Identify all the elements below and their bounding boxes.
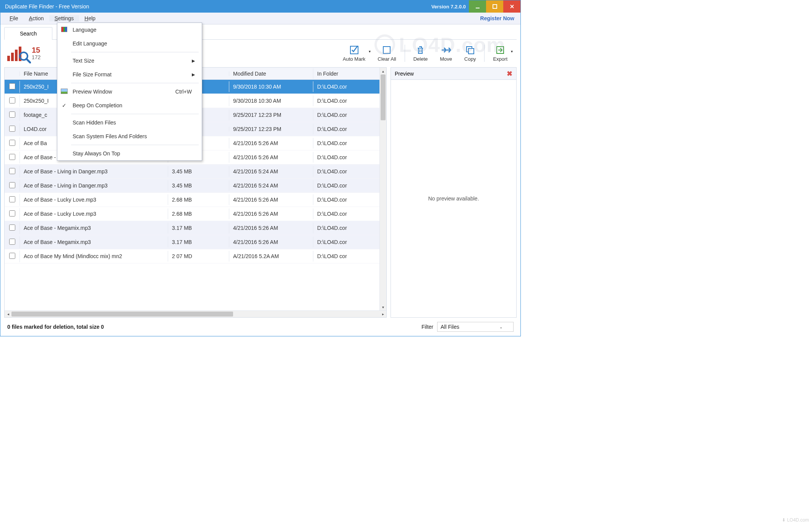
checkmark-box-icon: [349, 45, 360, 55]
export-button[interactable]: Export: [487, 44, 514, 63]
maximize-button[interactable]: [486, 0, 503, 13]
vertical-scrollbar[interactable]: ▴ ▾: [379, 68, 386, 310]
menu-item-edit-language[interactable]: Edit Language: [57, 37, 202, 50]
row-checkbox[interactable]: [9, 126, 15, 132]
settings-dropdown: LanguageEdit LanguageText Size▶File Size…: [57, 23, 202, 161]
cell-name: Ace of Base - Living in Danger.mp3: [20, 166, 168, 177]
menu-file[interactable]: File: [4, 15, 24, 21]
row-checkbox[interactable]: [9, 210, 15, 216]
menu-item-label: Stay Always On Top: [71, 150, 196, 157]
cell-folder: D:\LO4D.cor: [313, 194, 386, 205]
menu-item-beep-on-completion[interactable]: ✓Beep On Completion: [57, 99, 202, 112]
submenu-arrow-icon: ▶: [192, 58, 196, 63]
minimize-button[interactable]: [469, 0, 486, 13]
cell-folder: D:\LO4D.cor: [313, 124, 386, 134]
move-button[interactable]: Move: [434, 44, 458, 63]
table-row[interactable]: Ace of Base - Megamix.mp33.17 MB4/21/201…: [5, 235, 386, 249]
move-arrows-icon: [441, 45, 451, 55]
table-row[interactable]: Ace of Base - Living in Danger.mp33.45 M…: [5, 179, 386, 193]
delete-button[interactable]: Delete: [407, 44, 434, 63]
scan-results-icon: [7, 44, 29, 63]
scroll-right-arrow-icon[interactable]: ▸: [379, 311, 386, 317]
menu-settings[interactable]: Settings: [49, 15, 79, 21]
cell-folder: D:\LO4D.cor: [313, 110, 386, 120]
toolbar: Auto Mark Clear All Delete Move Copy: [337, 44, 514, 63]
row-checkbox[interactable]: [9, 239, 15, 245]
cell-size: 3.17 MB: [168, 223, 229, 233]
row-checkbox[interactable]: [9, 97, 15, 103]
row-checkbox[interactable]: [9, 140, 15, 146]
copy-button[interactable]: Copy: [458, 44, 482, 63]
row-checkbox[interactable]: [9, 83, 15, 89]
filter-value: All Files: [441, 324, 459, 330]
hscroll-thumb[interactable]: [11, 312, 233, 317]
table-row[interactable]: Aco of Bace My Mind (Mindlocc mix) mn22 …: [5, 249, 386, 263]
cell-date: 4/21/2016 5:24 AM: [229, 180, 313, 191]
menu-action[interactable]: Action: [24, 15, 49, 21]
auto-mark-button[interactable]: Auto Mark: [337, 44, 371, 63]
menu-accelerator: Ctrl+W: [175, 89, 196, 95]
menu-item-file-size-format[interactable]: File Size Format▶: [57, 68, 202, 81]
preview-title: Preview: [395, 71, 414, 77]
cell-date: 9/30/2018 10:30 AM: [229, 95, 313, 106]
row-checkbox[interactable]: [9, 225, 15, 231]
export-icon: [495, 45, 506, 55]
register-now-link[interactable]: Register Now: [480, 15, 517, 21]
table-row[interactable]: Ace of Base - Megamix.mp33.17 MB4/21/201…: [5, 221, 386, 235]
cell-size: 3.45 MB: [168, 166, 229, 177]
menu-item-text-size[interactable]: Text Size▶: [57, 54, 202, 68]
cell-date: 4/21/2016 5:26 AM: [229, 208, 313, 219]
menu-item-language[interactable]: Language: [57, 23, 202, 37]
cell-folder: D:\LO4D.cor: [313, 208, 386, 219]
summary-text: 15 172: [32, 46, 41, 60]
filter-label: Filter: [421, 324, 433, 330]
table-row[interactable]: Ace of Base - Lucky Love.mp32.68 MB4/21/…: [5, 193, 386, 207]
filter-select[interactable]: All Files ⌄: [437, 322, 514, 332]
svg-line-3: [26, 59, 30, 63]
preview-close-button[interactable]: ✖: [507, 69, 512, 78]
menu-item-label: File Size Format: [71, 71, 192, 78]
menu-item-scan-system-files-and-folders[interactable]: Scan System Files And Folders: [57, 129, 202, 143]
table-row[interactable]: Ace of Base - Lucky Love.mp32.68 MB4/21/…: [5, 207, 386, 221]
header-date[interactable]: Modified Date: [229, 68, 313, 79]
window-title: Duplicate File Finder - Free Version: [5, 3, 89, 10]
row-checkbox[interactable]: [9, 253, 15, 259]
pic-icon: [57, 89, 71, 95]
row-checkbox[interactable]: [9, 168, 15, 174]
table-row[interactable]: Ace of Base - Living in Danger.mp33.45 M…: [5, 165, 386, 179]
horizontal-scrollbar[interactable]: ◂ ▸: [5, 310, 386, 317]
close-button[interactable]: [503, 0, 520, 13]
tab-search[interactable]: Search: [4, 27, 52, 40]
row-checkbox[interactable]: [9, 182, 15, 188]
cell-folder: D:\LO4D cor: [313, 251, 386, 262]
cell-folder: D:\LO4D.cor: [313, 81, 386, 92]
scroll-thumb[interactable]: [381, 74, 386, 120]
row-checkbox[interactable]: [9, 154, 15, 160]
cell-date: A/21/2016 5.2A AM: [229, 251, 313, 262]
menu-item-label: Scan Hidden Files: [71, 120, 196, 126]
menu-item-scan-hidden-files[interactable]: Scan Hidden Files: [57, 116, 202, 129]
status-text: 0 files marked for deletion, total size …: [7, 324, 104, 330]
menu-separator: [71, 114, 199, 114]
cell-folder: D:\LO4D.cor: [313, 152, 386, 163]
cell-date: 4/21/2016 5:26 AM: [229, 237, 313, 247]
check-icon: ✓: [57, 102, 71, 108]
cell-size: 2.68 MB: [168, 194, 229, 205]
menu-item-stay-always-on-top[interactable]: Stay Always On Top: [57, 147, 202, 160]
header-checkbox-col[interactable]: [5, 71, 20, 76]
clear-all-button[interactable]: Clear All: [371, 44, 402, 63]
menu-help[interactable]: Help: [79, 15, 101, 21]
cell-folder: D:\LO4D.cor: [313, 166, 386, 177]
row-checkbox[interactable]: [9, 196, 15, 202]
preview-empty-text: No preview available.: [391, 80, 516, 317]
scroll-left-arrow-icon[interactable]: ◂: [5, 311, 11, 317]
row-checkbox[interactable]: [9, 111, 15, 118]
scroll-down-arrow-icon[interactable]: ▾: [380, 304, 386, 310]
cell-name: Aco of Bace My Mind (Mindlocc mix) mn2: [20, 251, 168, 262]
scroll-up-arrow-icon[interactable]: ▴: [380, 68, 386, 74]
cell-name: Ace of Base - Living in Danger.mp3: [20, 180, 168, 191]
menu-item-preview-window[interactable]: Preview WindowCtrl+W: [57, 85, 202, 99]
svg-rect-9: [468, 48, 474, 54]
cell-name: Ace of Base - Lucky Love.mp3: [20, 208, 168, 219]
header-folder[interactable]: In Folder: [313, 68, 386, 79]
